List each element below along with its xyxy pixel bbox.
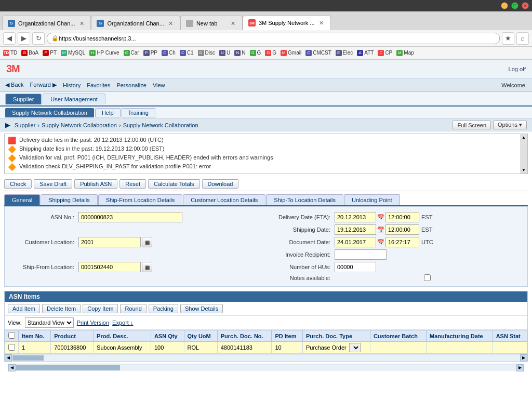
maximize-button[interactable]: □ [511, 2, 518, 9]
bookmark-cp[interactable]: C CP [378, 50, 392, 56]
reload-button[interactable]: ↻ [32, 32, 45, 45]
bookmark-ch[interactable]: C Ch [162, 50, 176, 56]
customer-location-lookup[interactable]: ▦ [142, 237, 152, 247]
logoff-button[interactable]: Log off [509, 66, 526, 72]
bookmark-cmcst[interactable]: C CMCST [305, 50, 331, 56]
bookmark-elec[interactable]: E Elec [336, 50, 353, 56]
shipping-date-input[interactable] [335, 224, 376, 235]
nav-favorites[interactable]: Favorites [87, 82, 110, 88]
bookmark-att[interactable]: A ATT [357, 50, 374, 56]
browser-tab-4[interactable]: 3M 3M Supply Network ... ✕ [243, 16, 331, 30]
url-input[interactable]: https://businesschannelsrp.3... [59, 35, 495, 42]
bookmark-gmail[interactable]: M Gmail [281, 50, 301, 56]
shipping-time-input[interactable] [385, 224, 419, 235]
customer-location-input[interactable] [78, 237, 141, 247]
form-tab-general[interactable]: General [4, 194, 40, 205]
star-button[interactable]: ★ [502, 32, 514, 45]
scroll-down[interactable]: ▼ [521, 167, 527, 174]
document-date-input[interactable] [335, 237, 376, 247]
tab3-close[interactable]: ✕ [230, 20, 237, 27]
bookmark-u[interactable]: U U [219, 50, 230, 56]
home-button[interactable]: ⌂ [516, 32, 529, 45]
breadcrumb-snc[interactable]: Supply Network Collaboration [42, 122, 117, 128]
asn-no-input[interactable]: 0000000823 [78, 212, 182, 222]
forward-button[interactable]: ▶ [18, 32, 30, 45]
check-button[interactable]: Check [4, 179, 32, 189]
notes-available-checkbox[interactable] [335, 274, 520, 281]
number-of-hus-input[interactable] [335, 262, 376, 272]
publish-asn-button[interactable]: Publish ASN [74, 179, 117, 189]
table-hscroll[interactable]: ◀ ▶ [5, 354, 527, 361]
nav-view[interactable]: View [153, 82, 165, 88]
shipping-date-cal-icon[interactable]: 📅 [377, 227, 384, 233]
tab2-close[interactable]: ✕ [167, 20, 175, 27]
hscroll-right[interactable]: ▶ [520, 354, 527, 362]
document-date-cal-icon[interactable]: 📅 [377, 239, 384, 246]
export-link[interactable]: Export ↓ [112, 320, 133, 326]
nav-personalize[interactable]: Personalize [116, 82, 146, 88]
view-select[interactable]: Standard View [25, 317, 74, 328]
form-tab-ship-from[interactable]: Ship-From Location Details [98, 194, 183, 205]
bookmark-g2[interactable]: G G [265, 50, 276, 56]
address-bar[interactable]: 🔒 https://businesschannelsrp.3... [47, 33, 500, 44]
bookmark-pt[interactable]: P PT [43, 50, 57, 56]
bookmark-c1[interactable]: C C1 [180, 50, 194, 56]
row-checkbox[interactable] [8, 344, 15, 351]
add-item-button[interactable]: Add Item [8, 304, 40, 313]
breadcrumb-supplier[interactable]: Supplier [15, 122, 35, 128]
bookmark-g1[interactable]: G G [250, 50, 261, 56]
delivery-time-input[interactable] [385, 212, 419, 222]
delete-item-button[interactable]: Delete Item [42, 304, 81, 313]
messages-scrollbar[interactable]: ▲ ▼ [520, 134, 527, 174]
purch-doc-type-select[interactable] [349, 343, 361, 352]
download-button[interactable]: Download [202, 179, 239, 189]
bookmark-pp[interactable]: P PP [143, 50, 157, 56]
nav-history[interactable]: History [63, 82, 81, 88]
bottom-hscroll[interactable]: ◀ ▶ [8, 364, 524, 371]
browser-tab-2[interactable]: S Organizational Chan... ✕ [91, 16, 180, 30]
ship-from-lookup[interactable]: ▦ [142, 262, 152, 272]
scroll-up[interactable]: ▲ [521, 134, 527, 141]
tab1-close[interactable]: ✕ [78, 20, 85, 27]
menu-tab-help[interactable]: Help [95, 108, 121, 117]
close-button[interactable]: ✕ [522, 2, 529, 9]
nav-forward[interactable]: Forward ▶ [30, 82, 57, 88]
delivery-date-input[interactable] [335, 212, 376, 222]
hscroll-left[interactable]: ◀ [5, 354, 12, 362]
menu-tab-training[interactable]: Training [122, 108, 155, 117]
reset-button[interactable]: Reset [119, 179, 146, 189]
copy-item-button[interactable]: Copy Item [83, 304, 118, 313]
save-draft-button[interactable]: Save Draft [34, 179, 72, 189]
tab-user-management[interactable]: User Management [43, 94, 105, 104]
bottom-hscroll-left[interactable]: ◀ [8, 364, 16, 371]
options-button[interactable]: Options ▾ [493, 121, 527, 129]
invoice-recipient-input[interactable] [335, 249, 387, 260]
select-all-checkbox[interactable] [8, 332, 15, 339]
bookmark-n[interactable]: N N [234, 50, 245, 56]
bookmark-boa[interactable]: B BoA [21, 50, 38, 56]
fullscreen-button[interactable]: Full Screen [453, 121, 491, 129]
bookmark-td[interactable]: TD TD [3, 50, 17, 56]
bookmark-map[interactable]: M Map [396, 50, 414, 56]
minimize-button[interactable]: − [501, 2, 508, 9]
form-tab-ship-to[interactable]: Ship-To Location Details [266, 194, 343, 205]
tab-supplier[interactable]: Supplier [5, 94, 42, 104]
round-button[interactable]: Round [120, 304, 146, 313]
menu-tab-snc[interactable]: Supply Network Collaboration [5, 108, 94, 117]
breadcrumb-snc2[interactable]: Supply Network Collaboration [123, 122, 198, 128]
packing-button[interactable]: Packing [149, 304, 178, 313]
form-tab-unloading[interactable]: Unloading Point [344, 194, 400, 205]
back-button[interactable]: ◀ [3, 32, 16, 45]
bottom-hscroll-right[interactable]: ▶ [516, 364, 524, 371]
bookmark-mysql[interactable]: M MySQL [61, 50, 85, 56]
calculate-totals-button[interactable]: Calculate Totals [148, 179, 200, 189]
delivery-date-cal-icon[interactable]: 📅 [377, 214, 384, 221]
form-tab-shipping[interactable]: Shipping Details [41, 194, 98, 205]
breadcrumb-toggle[interactable]: ▶ [5, 121, 10, 129]
document-time-input[interactable] [385, 237, 419, 247]
print-version-link[interactable]: Print Version [77, 320, 109, 326]
form-tab-customer-loc[interactable]: Customer Location Details [183, 194, 265, 205]
show-details-button[interactable]: Show Details [180, 304, 223, 313]
browser-tab-1[interactable]: S Organizational Chan... ✕ [2, 16, 91, 30]
bookmark-hpcurve[interactable]: H HP Curve [89, 50, 119, 56]
